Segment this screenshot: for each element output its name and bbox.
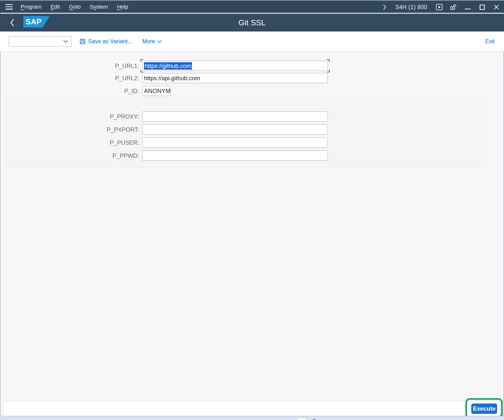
execute-button[interactable]: Execute bbox=[471, 404, 497, 414]
sap-gui-window: Program Edit Goto System Help S4H (1) 80… bbox=[0, 0, 504, 420]
minimize-icon[interactable] bbox=[464, 3, 472, 11]
p-url1-selected-text: https://github.com bbox=[144, 62, 192, 70]
form-row-p-pxport: P_PXPORT: bbox=[0, 124, 504, 135]
p-ppwd-label: P_PPWD: bbox=[0, 152, 139, 159]
menu-item-help[interactable]: Help bbox=[117, 4, 128, 10]
p-url1-input[interactable]: https://github.com bbox=[142, 61, 328, 71]
form-row-p-id: P_ID: ANONYM bbox=[0, 86, 504, 96]
menu-item-system[interactable]: System bbox=[90, 4, 108, 10]
save-icon bbox=[79, 38, 86, 45]
page-title: Git SSL bbox=[0, 14, 504, 31]
p-id-input[interactable]: ANONYM bbox=[142, 86, 171, 96]
exit-label: Exit bbox=[485, 38, 495, 45]
background-window-peek bbox=[297, 418, 306, 420]
chevron-down-icon bbox=[157, 40, 162, 43]
chevron-down-icon bbox=[63, 40, 68, 43]
more-button[interactable]: More bbox=[142, 36, 162, 47]
p-pxport-input[interactable] bbox=[142, 124, 328, 135]
menu-item-edit[interactable]: Edit bbox=[50, 4, 60, 10]
form-row-p-proxy: P_PROXY: bbox=[0, 111, 504, 122]
application-toolbar: Save as Variant... More Exit bbox=[0, 31, 504, 52]
p-proxy-label: P_PROXY: bbox=[0, 113, 139, 120]
form-row-p-url2: P_URL2: https://api.github.com bbox=[0, 73, 504, 83]
play-icon[interactable] bbox=[436, 3, 443, 11]
title-bar: SAP Git SSL bbox=[0, 14, 504, 31]
save-as-variant-button[interactable]: Save as Variant... bbox=[79, 36, 132, 47]
form-row-p-ppwd: P_PPWD: bbox=[0, 151, 504, 161]
menu-bar: Program Edit Goto System Help S4H (1) 80… bbox=[0, 0, 504, 13]
system-status: S4H (1) 800 bbox=[395, 4, 427, 11]
p-url1-label: P_URL1: bbox=[0, 62, 139, 69]
status-bar bbox=[3, 401, 501, 416]
focus-corner-icon bbox=[327, 70, 330, 72]
form-row-p-url1: P_URL1: https://github.com bbox=[0, 61, 504, 71]
menu-item-program[interactable]: Program bbox=[21, 4, 41, 10]
bottom-edge-strip bbox=[0, 416, 504, 420]
unlock-user-icon[interactable] bbox=[450, 3, 457, 11]
focus-corner-icon bbox=[141, 59, 143, 62]
focus-corner-icon bbox=[327, 59, 330, 62]
p-pxport-label: P_PXPORT: bbox=[0, 126, 139, 133]
maximize-icon[interactable] bbox=[478, 3, 486, 11]
variant-combobox[interactable] bbox=[9, 36, 71, 47]
p-puser-input[interactable] bbox=[142, 138, 328, 148]
p-url2-input[interactable]: https://api.github.com bbox=[142, 73, 328, 83]
menu-item-goto[interactable]: Goto bbox=[69, 4, 81, 10]
p-proxy-input[interactable] bbox=[142, 111, 328, 122]
p-id-label: P_ID: bbox=[0, 88, 139, 94]
background-dot bbox=[313, 419, 315, 420]
p-ppwd-input[interactable] bbox=[142, 151, 328, 161]
chevron-right-icon[interactable] bbox=[381, 3, 388, 11]
save-as-variant-label: Save as Variant... bbox=[88, 38, 132, 45]
p-puser-label: P_PUSER: bbox=[0, 139, 139, 146]
menubar-right-controls: S4H (1) 800 bbox=[381, 1, 500, 14]
menu-icon[interactable] bbox=[5, 4, 13, 10]
exit-button[interactable]: Exit bbox=[485, 36, 495, 47]
more-label: More bbox=[142, 38, 155, 45]
close-icon[interactable] bbox=[493, 3, 500, 11]
form-row-p-puser: P_PUSER: bbox=[0, 138, 504, 148]
focus-corner-icon bbox=[141, 70, 143, 72]
menu-items: Program Edit Goto System Help bbox=[21, 4, 128, 10]
p-url2-label: P_URL2: bbox=[0, 75, 139, 82]
